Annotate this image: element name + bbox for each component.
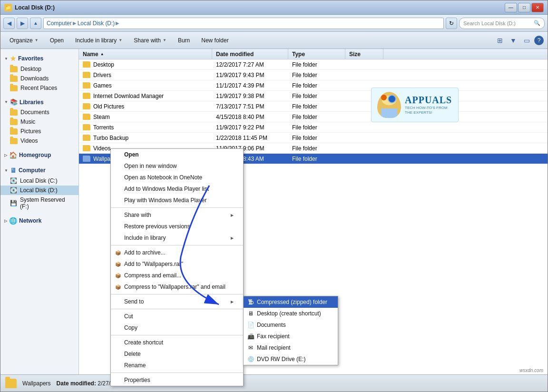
refresh-button[interactable]: ↻ [446,18,457,29]
menu-item-add-archive[interactable]: 📦 Add to archive... [111,247,243,258]
libraries-header[interactable]: ▼ 📚 Libraries [0,97,78,108]
maximize-button[interactable]: □ [518,3,530,12]
computer-header[interactable]: ▼ 🖥 Computer [0,165,78,176]
homegroup-header[interactable]: ▷ 🏠 Homegroup [0,149,78,161]
submenu-documents[interactable]: 📄 Documents [244,319,338,331]
include-library-button[interactable]: Include in library ▼ [70,34,127,47]
include-label: Include in library [75,37,117,44]
menu-compress-rar-email-label: Compress to "Wallpapers.rar" and email [124,284,225,290]
sidebar-item-recent[interactable]: Recent Places [0,83,78,93]
menu-sep-4 [111,309,243,309]
help-button[interactable]: ? [534,36,544,45]
menu-rename-label: Rename [124,362,146,369]
menu-compress-email-label: Compress and email... [124,272,181,279]
title-bar: 📁 Local Disk (D:) — □ ✕ [0,0,548,15]
submenu-fax[interactable]: 📠 Fax recipient [244,331,338,342]
desktop-shortcut-icon: 🖥 [246,309,255,318]
menu-item-open-onenote[interactable]: Open as Notebook in OneNote [111,172,243,183]
network-header[interactable]: ▷ 🌐 Network [0,215,78,226]
favorites-section: ▼ ★ Favorites Desktop Downloads Recent P… [0,53,78,93]
col-header-size[interactable]: Size [345,49,383,59]
file-row-drivers[interactable]: Drivers 11/9/2017 9:43 PM File folder [79,70,548,80]
menu-item-cut[interactable]: Cut [111,311,243,322]
menu-item-add-rar[interactable]: 📦 Add to "Wallpapers.rar" [111,258,243,270]
new-folder-button[interactable]: New folder [196,34,234,47]
menu-sep-6 [111,372,243,373]
sidebar-item-music[interactable]: Music [0,117,78,127]
back-button[interactable]: ◀ [3,18,15,29]
sidebar-item-desktop[interactable]: Desktop [0,64,78,74]
homegroup-icon: 🏠 [9,151,17,159]
forward-button[interactable]: ▶ [17,18,28,29]
menu-item-compress-rar-email[interactable]: 📦 Compress to "Wallpapers.rar" and email [111,281,243,293]
file-row-games[interactable]: Games 11/1/2017 4:39 PM File folder [79,80,548,91]
menu-cut-label: Cut [124,313,133,320]
computer-triangle: ▼ [4,168,8,173]
address-path[interactable]: Computer ▶ Local Disk (D:) ▶ [43,18,444,29]
breadcrumb-localdisk[interactable]: Local Disk (D:) [78,20,115,27]
search-icon[interactable]: 🔍 [534,20,540,26]
submenu-dvd-drive[interactable]: 💿 DVD RW Drive (E:) [244,353,338,365]
folder-icon-turbo [83,135,90,141]
menu-item-properties[interactable]: Properties [111,374,243,386]
menu-item-open[interactable]: Open [111,149,243,160]
menu-item-open-new-window[interactable]: Open in new window [111,160,243,172]
col-header-name[interactable]: Name ▲ [79,49,212,59]
folder-icon-idm [83,93,90,99]
organize-button[interactable]: Organize ▼ [4,34,44,47]
menu-item-rename[interactable]: Rename [111,360,243,371]
up-button[interactable]: ▲ [30,18,41,29]
submenu-desktop-shortcut[interactable]: 🖥 Desktop (create shortcut) [244,308,338,319]
sidebar-item-system-reserved[interactable]: 💾 System Reserved (F:) [0,195,78,211]
menu-item-include-library[interactable]: Include in library ▶ [111,232,243,244]
dvd-icon: 💿 [246,355,255,363]
file-row-desktop[interactable]: Desktop 12/2/2017 7:27 AM File folder [79,59,548,70]
minimize-button[interactable]: — [505,3,517,12]
share-with-button[interactable]: Share with ▼ [128,34,172,47]
menu-item-share-with[interactable]: Share with ▶ [111,209,243,221]
close-button[interactable]: ✕ [531,3,544,12]
preview-pane-button[interactable]: ▭ [521,35,532,46]
file-row-steam[interactable]: Steam 4/15/2018 8:40 PM File folder [79,112,548,122]
open-button[interactable]: Open [45,34,69,47]
col-header-type[interactable]: Type [288,49,345,59]
file-row-torrents[interactable]: Torrents 11/9/2017 9:22 PM File folder [79,122,548,133]
menu-item-add-wmp[interactable]: Add to Windows Media Player list [111,183,243,195]
col-header-date[interactable]: Date modified [212,49,288,59]
menu-item-create-shortcut[interactable]: Create shortcut [111,337,243,348]
send-to-submenu: 🗜 Compressed (zipped) folder 🖥 Desktop (… [243,296,338,365]
sidebar-d-drive-label: Local Disk (D:) [20,187,58,194]
menu-item-copy[interactable]: Copy [111,322,243,333]
favorites-header[interactable]: ▼ ★ Favorites [0,53,78,64]
menu-item-play-wmp[interactable]: Play with Windows Media Player [111,195,243,206]
view-tiles-button[interactable]: ⊞ [494,35,506,46]
file-row-idm[interactable]: Internet Download Manager 11/9/2017 9:38… [79,91,548,101]
favorites-label: Favorites [18,55,43,62]
submenu-mail[interactable]: ✉ Mail recipient [244,342,338,353]
menu-item-send-to[interactable]: Send to ▶ 🗜 Compressed (zipped) folder 🖥… [111,296,243,307]
libraries-icon: 📚 [10,98,18,106]
menu-sep-2 [111,245,243,245]
status-name: Wallpapers [22,380,51,387]
sidebar-item-documents[interactable]: Documents [0,108,78,117]
search-box[interactable]: Search Local Disk (D:) 🔍 [459,18,545,29]
menu-item-compress-email[interactable]: 📦 Compress and email... [111,270,243,281]
menu-item-delete[interactable]: Delete [111,348,243,360]
submenu-compressed-folder[interactable]: 🗜 Compressed (zipped) folder [244,296,338,308]
sidebar-item-c-drive[interactable]: 💽 Local Disk (C:) [0,176,78,186]
libraries-section: ▼ 📚 Libraries Documents Music Pictures [0,97,78,146]
file-row-turbo[interactable]: Turbo Backup 1/22/2018 11:45 PM File fol… [79,133,548,143]
sidebar-item-downloads[interactable]: Downloads [0,74,78,83]
include-arrow: ▼ [118,38,122,42]
sidebar-item-d-drive[interactable]: 💽 Local Disk (D:) [0,186,78,195]
view-dropdown-button[interactable]: ▼ [508,35,519,46]
sidebar-item-pictures[interactable]: Pictures [0,127,78,136]
sidebar-item-videos[interactable]: Videos [0,136,78,146]
menu-add-archive-label: Add to archive... [124,249,166,256]
burn-button[interactable]: Burn [173,34,195,47]
folder-icon-desktop [83,61,90,68]
submenu-fax-label: Fax recipient [257,333,290,340]
breadcrumb-computer[interactable]: Computer [47,20,72,27]
menu-item-restore-versions[interactable]: Restore previous versions [111,221,243,232]
file-row-old-pictures[interactable]: Old Pictures 7/13/2017 7:51 PM File fold… [79,101,548,112]
